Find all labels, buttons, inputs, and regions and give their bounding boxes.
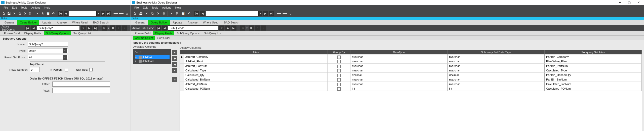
innertab-phrase-build[interactable]: Phrase Build [2,31,22,35]
groupby-checkbox[interactable] [337,83,341,86]
grid-row[interactable]: Calculated_BinNumnvarcharnvarcharPartBin… [180,77,642,82]
move-right-button[interactable]: ▶ [172,56,177,61]
cell-groupby[interactable] [328,64,350,68]
groupby-checkbox[interactable] [337,69,341,72]
save-icon[interactable]: 💾 [138,11,143,16]
subq-first-icon[interactable]: |◀ [25,25,30,31]
menu-edit[interactable]: Edit [141,6,150,10]
grid-row[interactable]: ▶JobPart_CompanynvarcharnvarcharPartBin_… [180,55,642,59]
grid-row[interactable]: JobPart_PartNumnvarcharnvarcharPartBin_P… [180,64,642,68]
fetch-input[interactable] [52,88,110,93]
tab-query-builder[interactable]: Query Builder [148,20,170,25]
row-selector[interactable] [180,86,184,91]
menu-tools[interactable]: Tools [150,6,160,10]
tree-item-jobpart[interactable]: ▸JobPart [135,55,170,59]
menu-help[interactable]: Help [42,6,52,10]
groupby-checkbox[interactable] [337,87,341,91]
navfwd-icon[interactable]: ⟶ [282,11,287,16]
menu-edit[interactable]: Edit [10,6,19,10]
grid-row[interactable]: Calculated_TypenvarcharnvarcharCalculate… [180,68,642,73]
cell-alias[interactable]: Calculated_BinNum [184,77,328,82]
row-selector[interactable] [180,68,184,73]
subq-dd-icon[interactable]: ▾ [81,25,86,31]
subq-down-icon[interactable]: ↓ [122,25,127,31]
cell-groupby[interactable] [328,68,350,73]
options-icon[interactable]: ⚙ [28,11,32,16]
grid-row[interactable]: Calculated_QtydecimaldecimalPartBin_Onha… [180,73,642,77]
innertab-subquery-options[interactable]: SubQuery Options [44,31,71,35]
menu-file[interactable]: File [132,6,141,10]
cell-groupby[interactable] [328,55,350,59]
new-icon[interactable]: 🗋 [2,11,6,16]
minimize-button[interactable]: ━ [615,0,624,5]
display-columns-grid[interactable]: AliasGroup ByDataTypeSubquery Set Data T… [180,50,642,131]
row-selector[interactable] [180,82,184,86]
innertab-subquery-options[interactable]: SubQuery Options [175,31,202,35]
tab-query-builder[interactable]: Query Builder [17,20,39,25]
row-selector[interactable] [180,64,184,68]
rows-number-input[interactable] [30,67,40,72]
copy-icon[interactable]: ⧉ [150,11,155,16]
tab-update[interactable]: Update [40,20,54,25]
tab-where-used[interactable]: Where Used [200,20,221,25]
in-percent-checkbox[interactable] [65,68,68,71]
grid-header-alias[interactable]: Alias [184,50,328,55]
innertab-phrase-build[interactable]: Phrase Build [133,31,152,35]
calc-field-button[interactable]: ⌗ [172,77,177,82]
save-icon[interactable]: 💾 [7,11,11,16]
last-icon[interactable]: ▶| [106,11,111,16]
first-icon[interactable]: |◀ [58,11,63,16]
cut-icon[interactable]: ✂ [35,11,40,16]
row-selector[interactable]: ▶ [180,55,184,59]
cell-datatype[interactable]: nvarchar [350,77,448,82]
innertab-display-fields[interactable]: Display Fields [22,31,43,35]
tab-where-used[interactable]: Where Used [70,20,90,25]
cell-alias[interactable]: JobPart_Plant [184,59,328,64]
cell-subquery-alias[interactable]: Calculated_Type [545,68,642,73]
navfwd-icon[interactable]: ⟶ [119,11,124,16]
active-subquery-input[interactable] [37,25,80,31]
subq-del-icon[interactable]: ✖ [110,25,115,31]
cell-alias[interactable]: JobPart_PartNum [184,64,328,68]
menu-file[interactable]: File [2,6,10,10]
grid-header-group-by[interactable]: Group By [328,50,350,55]
name-input[interactable] [28,42,68,47]
cell-datatype[interactable]: nvarchar [350,82,448,86]
copy2-icon[interactable]: ⎘ [41,11,45,16]
innertab2-sort-order[interactable]: Sort Order [155,36,172,40]
grid-header-subquery-set-alias[interactable]: Subquery Set Alias [545,50,642,55]
innertab-display-fields[interactable]: Display Fields [153,31,174,35]
type-select-dd-icon[interactable]: ▾ [63,48,67,53]
cell-subquery-alias[interactable]: PlantWhse_Plant [545,59,642,64]
cell-datatype[interactable]: nvarchar [350,59,448,64]
undo-icon[interactable]: ↶ [186,11,191,16]
cell-subquery-alias[interactable]: PartBin_PartNum [545,64,642,68]
subq-up-icon[interactable]: ↑ [116,25,121,31]
home-icon[interactable]: ⌂ [288,11,293,16]
subq-prev-icon[interactable]: ◀ [162,25,167,31]
tab-analyze[interactable]: Analyze [54,20,69,25]
paste-icon[interactable]: 📋 [46,11,50,16]
next-icon[interactable]: ▶ [263,11,268,16]
menu-help[interactable]: Help [173,6,183,10]
subq-last-icon[interactable]: ▶| [93,25,98,31]
subq-del-icon[interactable]: ✖ [249,25,254,31]
cell-subquery-type[interactable]: nvarchar [448,59,545,64]
cell-subquery-alias[interactable]: Calculated_JobNum [545,82,642,86]
row-selector[interactable] [180,73,184,77]
row-selector[interactable] [180,59,184,64]
nav-lookup-dd-icon[interactable]: ▾ [97,11,100,16]
menu-actions[interactable]: Actions [29,6,42,10]
tab-general[interactable]: General [133,20,148,25]
subq-dd-icon[interactable]: ▾ [219,25,224,31]
menu-tools[interactable]: Tools [19,6,29,10]
refresh-icon[interactable]: ⟳ [155,11,160,16]
cell-subquery-type[interactable]: nvarchar [448,82,545,86]
tree-item-jobhead[interactable]: ▸JobHead [135,59,170,63]
cell-subquery-type[interactable]: nvarchar [448,68,545,73]
home-icon[interactable]: ⌂ [125,11,129,16]
available-columns-tree[interactable]: ▸JobPart▸JobHead [134,55,170,63]
cell-subquery-alias[interactable]: PartBin_Company [545,55,642,59]
delete-icon[interactable]: ✖ [144,11,149,16]
type-select-value[interactable]: Union [29,49,63,52]
